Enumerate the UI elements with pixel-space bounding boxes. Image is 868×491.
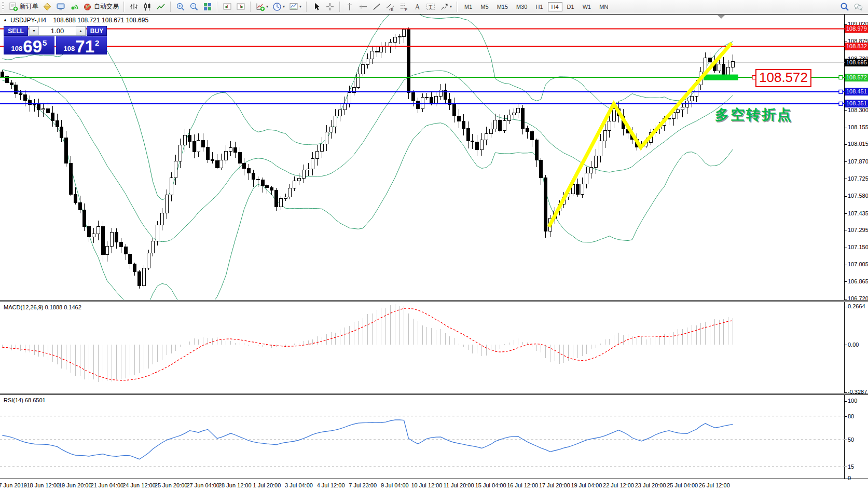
price-level-label: 108.572 (845, 74, 868, 81)
bear-candle (74, 194, 77, 202)
template-button[interactable]: ▾ (287, 1, 304, 13)
indicators-button[interactable]: ▾ (254, 1, 270, 13)
buy-button[interactable]: BUY (87, 26, 107, 36)
bear-candle (51, 113, 54, 120)
main-price-chart[interactable] (0, 15, 845, 300)
macd-indicator-pane[interactable] (0, 302, 845, 393)
bar-chart-button[interactable] (127, 1, 141, 13)
timeframe-m15-button[interactable]: M15 (493, 2, 512, 11)
sell-price[interactable]: 108 69 5 (4, 36, 54, 54)
timeframe-h4-button[interactable]: H4 (548, 2, 562, 11)
dropdown-caret-icon[interactable]: ▾ (450, 4, 452, 9)
line-handle[interactable] (839, 102, 843, 105)
volume-increase-button[interactable]: ▲ (76, 26, 86, 35)
arrows-button[interactable]: ▾ (437, 1, 454, 13)
bull-candle (398, 36, 402, 37)
price-tick: 107.870 (845, 158, 868, 165)
chat-button[interactable] (851, 1, 865, 13)
timeframe-m5-button[interactable]: M5 (477, 2, 492, 11)
time-label: 21 Jun 04:00 (91, 482, 124, 488)
time-label: 3 Jul 04:00 (285, 482, 313, 488)
channel-button[interactable]: E (383, 1, 397, 13)
annotation-text[interactable]: 多空转折点 (715, 105, 793, 124)
new-order-button[interactable]: 新订单 (7, 1, 40, 13)
auto-trading-button[interactable]: 自动交易 (81, 1, 121, 13)
rsi-indicator-pane[interactable] (0, 395, 845, 478)
one-click-trade-panel: SELL ▼ 1.00 ▲ BUY 108 69 5 108 71 2 (4, 26, 107, 54)
fibonacci-icon: F (399, 2, 408, 11)
dropdown-caret-icon[interactable]: ▾ (266, 4, 268, 9)
timeframe-h1-button[interactable]: H1 (532, 2, 546, 11)
bear-candle (499, 120, 502, 130)
fibonacci-button[interactable]: F (397, 1, 410, 13)
sell-button[interactable]: SELL (4, 26, 28, 36)
bull-candle (166, 195, 169, 213)
price-callout-label[interactable]: 108.572 (755, 69, 811, 87)
volume-input[interactable]: 1.00 (39, 26, 76, 35)
trendline-button[interactable] (370, 1, 383, 13)
period-button[interactable]: ▾ (270, 1, 287, 13)
volume-decrease-button[interactable]: ▼ (29, 26, 39, 35)
line-handle[interactable] (839, 76, 843, 79)
green-support-segment[interactable] (704, 75, 738, 80)
candlestick-button[interactable] (141, 1, 154, 13)
bull-candle (485, 133, 488, 140)
bull-candle (293, 181, 296, 188)
bull-candle (284, 197, 287, 199)
svg-text:F: F (405, 7, 408, 11)
label-button[interactable]: T (424, 1, 437, 13)
zoom-in-button[interactable] (174, 1, 187, 13)
timeframe-m1-button[interactable]: M1 (461, 2, 476, 11)
cursor-icon (312, 2, 321, 11)
line-chart-button[interactable] (154, 1, 168, 13)
timeframe-w1-button[interactable]: W1 (579, 2, 595, 11)
crosshair-button[interactable] (323, 1, 337, 13)
price-axis[interactable]: 109.020108.875108.730108.300108.155108.0… (845, 14, 868, 479)
time-label: 27 Jun 04:00 (186, 482, 219, 488)
rsi-tick: 50 (845, 436, 854, 443)
time-axis[interactable]: 17 Jun 201918 Jun 12:0019 Jun 20:0021 Ju… (0, 480, 868, 491)
bear-candle (458, 116, 461, 121)
toolbar-grip[interactable] (2, 2, 4, 11)
signal-button[interactable] (67, 1, 81, 13)
bull-candle (298, 178, 301, 181)
bear-candle (526, 128, 529, 132)
bollinger-middle-band (3, 70, 733, 242)
dropdown-caret-icon[interactable]: ▾ (283, 4, 285, 9)
line-handle[interactable] (839, 90, 843, 93)
buy-price[interactable]: 108 71 2 (56, 36, 107, 54)
zoom-out-button[interactable] (187, 1, 201, 13)
bear-candle (129, 254, 132, 264)
search-button[interactable] (838, 1, 851, 13)
bull-candle (421, 97, 424, 108)
bear-candle (535, 140, 539, 160)
chart-shift-marker[interactable] (718, 15, 725, 19)
timeframe-d1-button[interactable]: D1 (563, 2, 578, 11)
bear-candle (15, 85, 18, 94)
terminal-button[interactable] (54, 1, 67, 13)
text-button[interactable]: A (410, 1, 424, 13)
price-tick: 108.015 (845, 140, 868, 147)
timeframe-mn-button[interactable]: MN (596, 2, 612, 11)
vline-button[interactable] (343, 1, 356, 13)
volume-box: ▼ 1.00 ▲ (29, 26, 86, 36)
bull-candle (348, 93, 351, 104)
pane-separator[interactable] (0, 393, 868, 395)
bull-candle (311, 159, 314, 169)
price-callout-text: 108.572 (759, 70, 808, 85)
bull-candle (357, 74, 360, 88)
bull-candle (161, 213, 164, 225)
hline-button[interactable] (356, 1, 370, 13)
tile-windows-button[interactable] (201, 1, 214, 13)
profile-prev-button[interactable] (221, 1, 234, 13)
profile-next-icon (236, 2, 245, 11)
bull-candle (494, 120, 497, 129)
cursor-button[interactable] (310, 1, 323, 13)
dropdown-caret-icon[interactable]: ▾ (299, 4, 301, 9)
profile-next-button[interactable] (234, 1, 247, 13)
bull-candle (608, 121, 611, 130)
timeframe-m30-button[interactable]: M30 (513, 2, 531, 11)
sell-price-big: 69 (23, 38, 42, 54)
chart-profile-button[interactable] (40, 1, 54, 13)
toolbar: 新订单自动交易▾▾▾EFAT▾M1M5M15M30H1H4D1W1MN (0, 0, 868, 13)
